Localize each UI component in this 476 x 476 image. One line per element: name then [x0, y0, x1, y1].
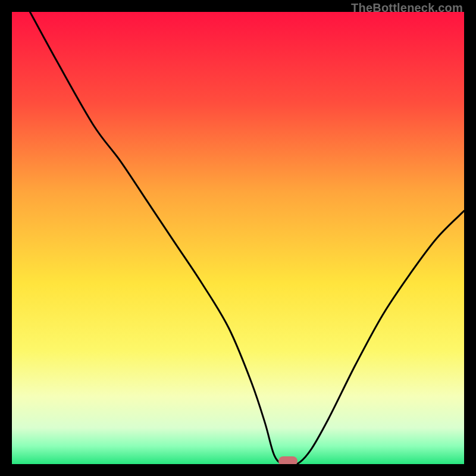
watermark-text: TheBottleneck.com [351, 1, 463, 15]
bottleneck-curve [12, 12, 464, 464]
plot-area [12, 12, 464, 464]
optimal-point-marker [278, 456, 298, 464]
chart-frame: TheBottleneck.com [0, 0, 476, 476]
